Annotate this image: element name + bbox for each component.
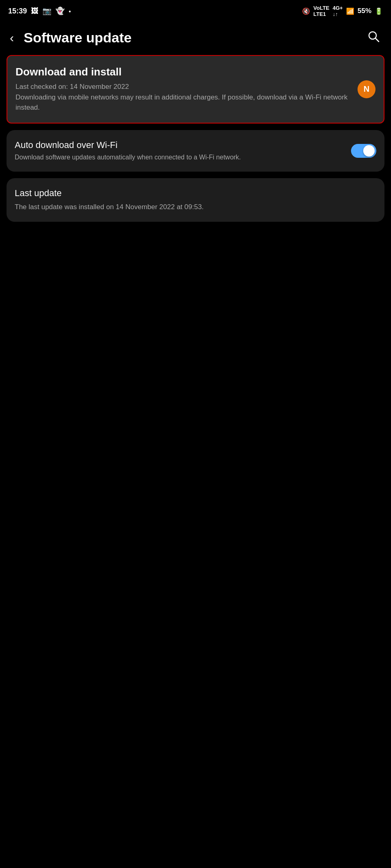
page-header: ‹ Software update [0,20,391,55]
svg-line-1 [375,38,379,42]
badge-label: N [364,84,369,94]
main-content: Download and install Last checked on: 14… [0,55,391,222]
status-time: 15:39 [8,7,27,15]
page-title: Software update [24,30,131,46]
last-update-title: Last update [15,188,376,199]
download-install-desc: Last checked on: 14 November 2022 Downlo… [16,82,375,113]
last-update-card[interactable]: Last update The last update was installe… [7,178,384,222]
snapchat-icon: 👻 [56,7,64,15]
status-left: 15:39 🖼 📷 👻 ● [8,7,71,15]
signal-icon: 📶 [346,7,354,15]
auto-download-title: Auto download over Wi-Fi [15,140,343,150]
dot-indicator: ● [69,9,71,13]
back-button[interactable]: ‹ [7,30,17,46]
notification-badge: N [358,80,375,98]
header-left: ‹ Software update [7,30,131,46]
auto-download-toggle[interactable] [351,144,376,158]
settings-card: Auto download over Wi-Fi Download softwa… [7,130,384,172]
auto-download-toggle-container [351,144,376,158]
network-type-label: 4G+↓↑ [333,5,343,17]
battery-level: 55% [358,7,371,15]
auto-download-desc: Download software updates automatically … [15,153,343,162]
battery-icon: 🔋 [375,7,383,15]
gallery-icon: 🖼 [31,7,38,15]
auto-download-section[interactable]: Auto download over Wi-Fi Download softwa… [7,130,384,172]
download-install-card[interactable]: Download and install Last checked on: 14… [7,55,384,124]
download-warning-text: Downloading via mobile networks may resu… [16,93,348,112]
last-checked-text: Last checked on: 14 November 2022 [16,83,129,91]
search-icon [367,30,380,42]
auto-download-text: Auto download over Wi-Fi Download softwa… [15,140,351,162]
network-label: VoLTELTE1 [313,5,329,17]
download-install-title: Download and install [16,66,375,78]
status-bar: 15:39 🖼 📷 👻 ● 🔇 VoLTELTE1 4G+↓↑ 📶 55% 🔋 [0,0,391,20]
status-right: 🔇 VoLTELTE1 4G+↓↑ 📶 55% 🔋 [302,5,383,17]
instagram-icon: 📷 [42,7,51,15]
mute-icon: 🔇 [302,7,310,15]
search-button[interactable] [366,29,381,47]
back-icon: ‹ [10,31,14,44]
last-update-desc: The last update was installed on 14 Nove… [15,202,376,212]
